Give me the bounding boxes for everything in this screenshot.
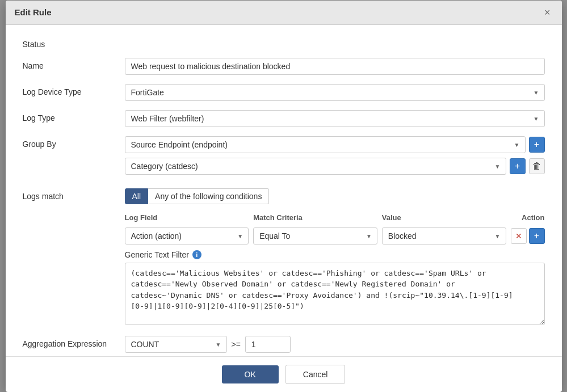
log-device-type-select-wrap: FortiGate <box>125 84 545 101</box>
logs-match-row: Logs match All Any of the following cond… <box>23 188 545 327</box>
group-by-first-add-button[interactable]: + <box>529 137 545 153</box>
generic-filter-label-text: Generic Text Filter <box>125 250 189 259</box>
logs-match-label: Logs match <box>23 188 125 201</box>
match-criteria-select[interactable]: Equal To <box>253 227 377 245</box>
group-by-second-select[interactable]: Category (catdesc) <box>125 158 506 175</box>
log-device-type-control: FortiGate <box>125 84 545 101</box>
generic-filter-section: Generic Text Filter i (catdesc=='Malicio… <box>125 250 545 327</box>
col-match-criteria: Match Criteria <box>253 213 377 222</box>
group-by-first-select-wrap: Source Endpoint (endpoint) <box>125 136 526 153</box>
log-type-label: Log Type <box>23 110 125 123</box>
col-value: Value <box>382 213 506 222</box>
group-by-label: Group By <box>23 136 125 149</box>
name-input[interactable] <box>125 58 545 75</box>
log-type-select-wrap: Web Filter (webfilter) <box>125 110 545 127</box>
value-select[interactable]: Blocked <box>382 227 506 245</box>
ok-button[interactable]: OK <box>222 365 279 383</box>
col-log-field: Log Field <box>125 213 249 222</box>
modal-overlay: Edit Rule × Status Name <box>0 0 567 392</box>
status-row: Status <box>23 36 545 49</box>
generic-filter-label-row: Generic Text Filter i <box>125 250 545 259</box>
group-by-second-add-button[interactable]: + <box>510 158 526 174</box>
cancel-button[interactable]: Cancel <box>285 365 346 384</box>
filter-row-remove-button[interactable]: ✕ <box>511 228 527 244</box>
filter-table-header: Log Field Match Criteria Value Action <box>125 211 545 224</box>
group-by-control: Source Endpoint (endpoint) + Category (c… <box>125 136 545 179</box>
aggregation-expression-row: Aggregation Expression COUNT SUM AVG MIN… <box>23 336 545 353</box>
modal-title: Edit Rule <box>15 7 52 17</box>
aggregation-expression-label: Aggregation Expression <box>23 336 125 348</box>
modal-close-button[interactable]: × <box>542 6 553 19</box>
group-by-second-row: Category (catdesc) + 🗑 <box>125 158 545 175</box>
generic-filter-textarea[interactable]: (catdesc=='Malicious Websites' or catdes… <box>125 263 545 325</box>
condition-all-button[interactable]: All <box>125 188 149 204</box>
logs-match-control: All Any of the following conditions Log … <box>125 188 545 327</box>
modal-header: Edit Rule × <box>6 1 562 25</box>
log-device-type-select[interactable]: FortiGate <box>125 84 545 101</box>
group-by-first-row: Source Endpoint (endpoint) + <box>125 136 545 153</box>
filter-row: Action (action) Equal To Blocked <box>125 227 545 245</box>
log-type-control: Web Filter (webfilter) <box>125 110 545 127</box>
generic-filter-info-icon[interactable]: i <box>192 250 201 259</box>
filter-row-actions: ✕ + <box>511 228 545 244</box>
aggregation-expression-inner: COUNT SUM AVG MIN MAX >= <box>125 336 545 353</box>
gte-label: >= <box>232 340 241 349</box>
col-action: Action <box>511 213 545 222</box>
group-by-second-delete-button[interactable]: 🗑 <box>529 158 545 174</box>
agg-value-input[interactable] <box>245 336 291 353</box>
match-criteria-select-wrap: Equal To <box>253 227 377 245</box>
group-by-row: Group By Source Endpoint (endpoint) + <box>23 136 545 179</box>
group-by-first-select[interactable]: Source Endpoint (endpoint) <box>125 136 526 153</box>
agg-select-wrap: COUNT SUM AVG MIN MAX <box>125 336 227 353</box>
log-device-type-row: Log Device Type FortiGate <box>23 84 545 101</box>
log-field-select[interactable]: Action (action) <box>125 227 249 245</box>
aggregation-expression-control: COUNT SUM AVG MIN MAX >= <box>125 336 545 353</box>
value-select-wrap: Blocked <box>382 227 506 245</box>
condition-any-button[interactable]: Any of the following conditions <box>148 188 269 204</box>
modal-body: Status Name Log Device Type <box>6 25 562 356</box>
status-label: Status <box>23 36 125 49</box>
agg-expression-select[interactable]: COUNT SUM AVG MIN MAX <box>125 336 227 353</box>
name-row: Name <box>23 58 545 75</box>
name-label: Name <box>23 58 125 70</box>
edit-rule-modal: Edit Rule × Status Name <box>6 1 562 392</box>
filter-row-add-button[interactable]: + <box>529 228 545 244</box>
log-type-row: Log Type Web Filter (webfilter) <box>23 110 545 127</box>
log-device-type-label: Log Device Type <box>23 84 125 96</box>
log-type-select[interactable]: Web Filter (webfilter) <box>125 110 545 127</box>
group-by-second-select-wrap: Category (catdesc) <box>125 158 506 175</box>
log-field-select-wrap: Action (action) <box>125 227 249 245</box>
modal-footer: OK Cancel <box>6 356 562 392</box>
name-control <box>125 58 545 75</box>
condition-toggle: All Any of the following conditions <box>125 188 545 204</box>
